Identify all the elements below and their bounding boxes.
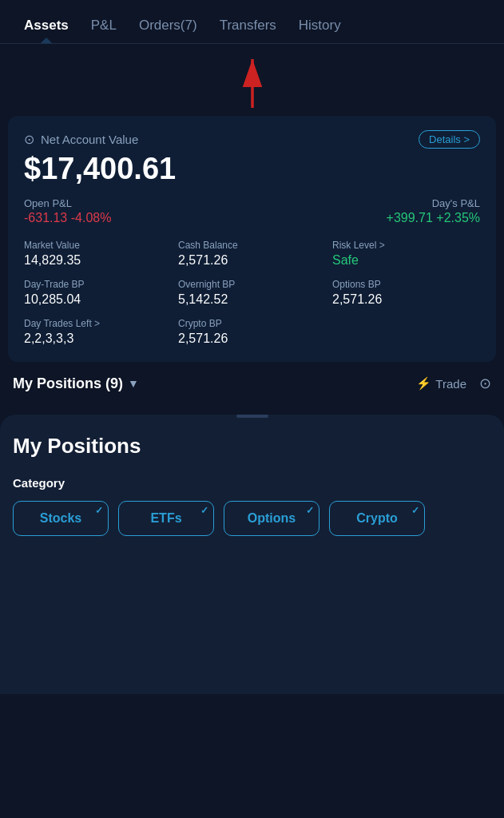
options-checkmark: ✓ [306, 505, 314, 516]
market-value-label: Market Value [24, 240, 172, 251]
day-trade-bp-label: Day-Trade BP [24, 279, 172, 290]
options-bp-amount: 2,571.26 [332, 292, 480, 307]
account-card: ⊙ Net Account Value Details > $17,400.61… [8, 116, 496, 362]
positions-actions: ⚡ Trade ⊙ [416, 375, 491, 392]
top-nav: Assets P&L Orders(7) Transfers History [0, 0, 504, 44]
category-etfs-button[interactable]: ETFs ✓ [118, 501, 214, 536]
category-stocks-button[interactable]: Stocks ✓ [13, 501, 109, 536]
category-label: Category [13, 476, 491, 490]
chevron-down-icon: ▼ [128, 377, 139, 390]
settings-icon[interactable]: ⊙ [479, 375, 491, 392]
crypto-checkmark: ✓ [411, 505, 419, 516]
market-value-amount: 14,829.35 [24, 253, 172, 268]
risk-level-label: Risk Level > [332, 240, 480, 251]
stat-options-bp: Options BP 2,571.26 [332, 279, 480, 307]
details-button[interactable]: Details > [419, 130, 480, 149]
positions-title[interactable]: My Positions (9) ▼ [13, 375, 139, 392]
stat-cash-balance: Cash Balance 2,571.26 [178, 240, 326, 268]
options-bp-label: Options BP [332, 279, 480, 290]
eye-icon: ⊙ [24, 132, 34, 147]
day-trade-bp-amount: 10,285.04 [24, 292, 172, 307]
risk-level-value: Safe [332, 253, 480, 268]
stat-day-trade-bp: Day-Trade BP 10,285.04 [24, 279, 172, 307]
days-pnl: Day's P&L +399.71 +2.35% [387, 197, 480, 225]
crypto-bp-label: Crypto BP [178, 318, 326, 329]
category-crypto-button[interactable]: Crypto ✓ [329, 501, 425, 536]
crypto-bp-amount: 2,571.26 [178, 332, 326, 346]
net-account-label-text: Net Account Value [41, 133, 138, 146]
cash-balance-amount: 2,571.26 [178, 253, 326, 268]
drag-handle[interactable] [236, 415, 268, 418]
nav-transfers[interactable]: Transfers [208, 11, 288, 43]
overnight-bp-amount: 5,142.52 [178, 292, 326, 307]
overnight-bp-label: Overnight BP [178, 279, 326, 290]
category-buttons: Stocks ✓ ETFs ✓ Options ✓ Crypto ✓ [13, 501, 491, 536]
open-pnl: Open P&L -631.13 -4.08% [24, 197, 111, 225]
stat-market-value: Market Value 14,829.35 [24, 240, 172, 268]
stat-risk-level[interactable]: Risk Level > Safe [332, 240, 480, 268]
stat-day-trades-left[interactable]: Day Trades Left > 2,2,3,3,3 [24, 318, 172, 346]
etfs-checkmark: ✓ [200, 505, 208, 516]
stats-grid: Market Value 14,829.35 Cash Balance 2,57… [24, 240, 480, 346]
lightning-icon: ⚡ [416, 376, 431, 391]
category-options-button[interactable]: Options ✓ [224, 501, 319, 536]
days-pnl-label: Day's P&L [387, 197, 480, 209]
days-pnl-value: +399.71 +2.35% [387, 211, 480, 225]
stat-crypto-bp: Crypto BP 2,571.26 [178, 318, 326, 346]
nav-orders[interactable]: Orders(7) [128, 11, 208, 43]
open-pnl-value: -631.13 -4.08% [24, 211, 111, 225]
trade-button[interactable]: ⚡ Trade [416, 376, 466, 391]
bottom-panel: My Positions Category Stocks ✓ ETFs ✓ Op… [0, 415, 504, 694]
panel-title: My Positions [13, 434, 491, 459]
stocks-checkmark: ✓ [95, 505, 103, 516]
positions-title-text: My Positions (9) [13, 375, 123, 392]
arrow-annotation [0, 44, 504, 116]
day-trades-left-value: 2,2,3,3,3 [24, 332, 172, 346]
day-trades-left-label: Day Trades Left > [24, 318, 172, 329]
pnl-row: Open P&L -631.13 -4.08% Day's P&L +399.7… [24, 197, 480, 225]
account-value: $17,400.61 [24, 152, 480, 186]
net-account-header: ⊙ Net Account Value Details > [24, 130, 480, 149]
nav-history[interactable]: History [288, 11, 352, 43]
positions-header: My Positions (9) ▼ ⚡ Trade ⊙ [0, 362, 504, 405]
open-pnl-label: Open P&L [24, 197, 111, 209]
net-account-label-left: ⊙ Net Account Value [24, 132, 138, 147]
nav-assets[interactable]: Assets [13, 11, 80, 43]
stat-overnight-bp: Overnight BP 5,142.52 [178, 279, 326, 307]
trade-label: Trade [435, 377, 466, 391]
cash-balance-label: Cash Balance [178, 240, 326, 251]
red-arrow-icon [220, 48, 284, 112]
nav-pnl[interactable]: P&L [80, 11, 128, 43]
